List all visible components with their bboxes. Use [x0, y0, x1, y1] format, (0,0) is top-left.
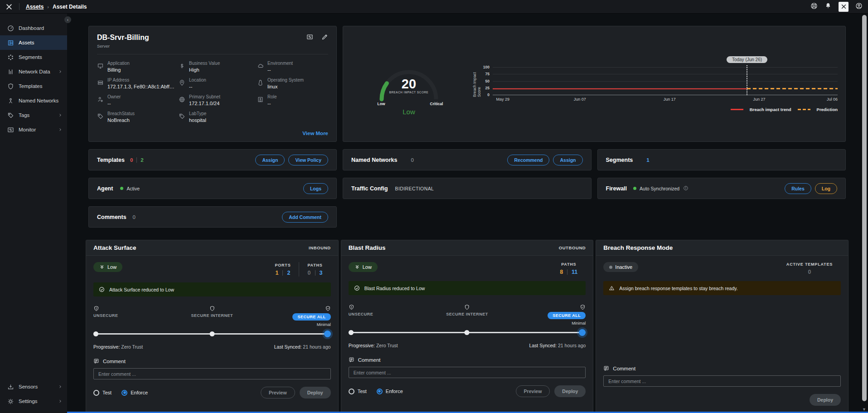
sidebar-item-settings[interactable]: Settings	[0, 394, 67, 408]
sensors-icon	[7, 384, 14, 390]
unsecure-stop[interactable]: UNSECURE	[349, 304, 373, 326]
breach-status-icon	[97, 113, 104, 120]
today-tooltip: Today (Jun 26)	[727, 56, 767, 63]
xshield-logo-tile[interactable]	[839, 2, 849, 12]
paths-secured-count[interactable]: 11	[572, 269, 577, 275]
environment-icon	[257, 63, 264, 69]
assign-template-button[interactable]: Assign	[255, 155, 285, 165]
agent-logs-button[interactable]: Logs	[303, 183, 328, 194]
field-location: Location--	[179, 78, 257, 90]
edit-asset-icon[interactable]	[321, 34, 328, 42]
breach-response-title: Breach Response Mode	[603, 244, 673, 251]
sidebar-item-segments[interactable]: Segments	[0, 50, 67, 64]
blast-radius-slider[interactable]	[349, 328, 586, 336]
segments-card: Segments 1	[597, 149, 846, 170]
slider-stop-unsecure[interactable]	[349, 330, 354, 335]
secure-all-stop[interactable]: SECURE ALL Minimal	[292, 306, 330, 327]
top-nav: Assets › Asset Details	[0, 0, 868, 14]
paths-metric: PATHS 8 11	[552, 262, 586, 275]
enforce-radio[interactable]: Enforce	[121, 390, 148, 396]
paths-breached-count[interactable]: 0	[308, 270, 311, 276]
deploy-button[interactable]: Deploy	[300, 387, 331, 398]
view-more-link[interactable]: View More	[302, 131, 328, 136]
progressive-value: Zero Trust	[121, 344, 143, 350]
sidebar-item-dashboard[interactable]: Dashboard	[0, 21, 67, 35]
account-icon[interactable]	[855, 2, 863, 11]
view-policy-button[interactable]: View Policy	[288, 155, 328, 165]
ports-breached-count[interactable]: 1	[276, 270, 279, 276]
chart-legend: Breach impact trend Prediction	[731, 107, 838, 112]
preview-button[interactable]: Preview	[516, 385, 550, 397]
slider-stop-secure-internet[interactable]	[209, 331, 214, 336]
sidebar-item-network-data[interactable]: Network Data	[0, 64, 67, 79]
prediction-legend-label: Prediction	[817, 107, 838, 112]
x-tick: Jul 06	[827, 97, 838, 102]
trend-legend-label: Breach impact trend	[750, 107, 791, 112]
prediction-legend-swatch	[798, 109, 810, 110]
test-radio[interactable]: Test	[93, 390, 112, 396]
progressive-value: Zero Trust	[376, 343, 398, 348]
sidebar-item-assets[interactable]: Assets	[0, 35, 67, 50]
y-tick: 100	[478, 65, 490, 69]
blast-radius-title: Blast Radius	[349, 244, 386, 251]
notifications-bell-icon[interactable]	[824, 2, 832, 11]
named-networks-count: 0	[411, 157, 413, 163]
ports-secured-count[interactable]: 2	[287, 270, 290, 276]
slider-handle[interactable]	[324, 330, 331, 337]
warning-triangle-icon	[609, 285, 615, 291]
assets-icon	[7, 39, 14, 46]
slider-handle[interactable]	[579, 329, 586, 336]
scroll-down-arrow[interactable]: ▼	[862, 407, 866, 412]
enforce-radio[interactable]: Enforce	[377, 389, 403, 394]
app-logo-icon[interactable]	[5, 3, 13, 10]
comments-card: Comments 0 Add Comment	[88, 206, 337, 228]
breach-impact-trend-chart: Breach Impact Score 100 75 50 25 0 Today…	[493, 67, 838, 95]
help-icon[interactable]	[810, 2, 818, 11]
recommend-button[interactable]: Recommend	[507, 155, 549, 165]
secure-all-stop[interactable]: SECURE ALL Minimal	[548, 304, 586, 326]
paths-secured-count[interactable]: 3	[320, 270, 323, 276]
sidebar-item-tags[interactable]: Tags	[0, 108, 67, 122]
deploy-button[interactable]: Deploy	[554, 385, 586, 397]
active-templates-count: 0	[808, 269, 811, 275]
shield-check-icon	[325, 306, 331, 311]
firewall-log-button[interactable]: Log	[815, 183, 837, 194]
firewall-info-icon[interactable]	[683, 185, 689, 193]
slider-stop-unsecure[interactable]	[93, 331, 98, 336]
field-environment: Environment--	[257, 61, 328, 73]
sidebar-item-named-networks[interactable]: Named Networks	[0, 93, 67, 108]
ip-address-icon	[97, 79, 104, 86]
y-tick: 25	[478, 85, 490, 90]
breadcrumb-assets-link[interactable]: Assets	[26, 4, 44, 10]
secure-internet-stop[interactable]: SECURE INTERNET	[446, 304, 488, 316]
deploy-button[interactable]: Deploy	[810, 394, 841, 406]
blast-radius-comment-input[interactable]	[349, 367, 586, 378]
paths-breached-count[interactable]: 8	[560, 269, 563, 275]
settings-icon	[7, 398, 14, 405]
sidebar-item-sensors[interactable]: Sensors	[0, 379, 67, 394]
asset-fields: ApplicationBilling Business ValueHigh En…	[97, 61, 328, 124]
sidebar-item-monitor[interactable]: Monitor	[0, 122, 67, 137]
field-lab-type: LabTypehospital	[179, 111, 257, 124]
chevron-right-icon	[58, 69, 63, 74]
vertical-scrollbar[interactable]	[862, 15, 867, 401]
test-radio[interactable]: Test	[349, 389, 367, 394]
unsecure-stop[interactable]: UNSECURE	[93, 306, 118, 327]
sidebar-collapse-button[interactable]: ‹	[64, 16, 71, 23]
secure-internet-stop[interactable]: SECURE INTERNET	[191, 306, 233, 318]
sidebar-item-templates[interactable]: Templates	[0, 79, 67, 93]
dashboard-icon	[7, 25, 14, 32]
attack-surface-comment-input[interactable]	[93, 368, 331, 379]
firewall-rules-button[interactable]: Rules	[785, 183, 811, 194]
slider-stop-secure-internet[interactable]	[465, 330, 470, 335]
asset-details-card: DB-Srvr-Billing Server ApplicationBillin…	[88, 26, 337, 142]
double-chevron-down-icon	[99, 264, 105, 270]
asset-activity-icon[interactable]	[306, 34, 313, 42]
add-comment-button[interactable]: Add Comment	[282, 212, 328, 223]
preview-button[interactable]: Preview	[261, 387, 295, 398]
attack-surface-slider[interactable]	[93, 330, 331, 338]
assign-named-network-button[interactable]: Assign	[553, 155, 582, 165]
owner-icon	[97, 96, 104, 103]
attack-surface-title: Attack Surface	[93, 244, 136, 251]
breach-response-comment-input[interactable]	[603, 375, 841, 387]
